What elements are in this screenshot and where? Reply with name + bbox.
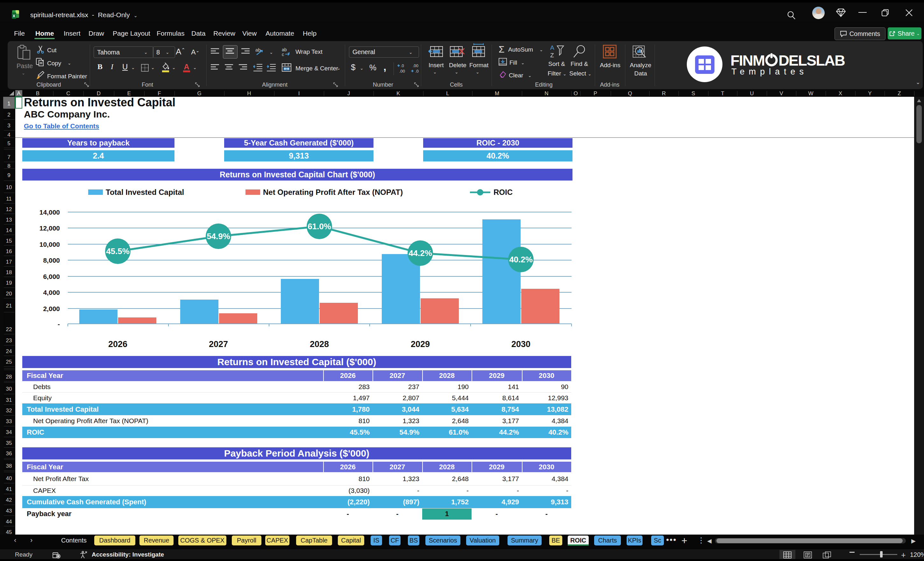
svg-text:Net Operating Profit After Tax: Net Operating Profit After Tax (NOPAT) bbox=[263, 188, 403, 196]
svg-text:c: c bbox=[282, 52, 284, 57]
svg-text:.00: .00 bbox=[412, 63, 418, 68]
svg-text:A: A bbox=[184, 63, 189, 71]
svg-text:12,000: 12,000 bbox=[39, 225, 60, 232]
svg-text:Total Invested Capital: Total Invested Capital bbox=[106, 188, 184, 196]
svg-text:.0: .0 bbox=[415, 69, 419, 74]
svg-text:ab: ab bbox=[255, 47, 261, 52]
svg-text:Z: Z bbox=[550, 52, 554, 58]
svg-text:.00: .00 bbox=[399, 69, 405, 74]
svg-text:ab: ab bbox=[282, 47, 287, 52]
svg-text:44.2%: 44.2% bbox=[408, 248, 432, 258]
svg-text:4,000: 4,000 bbox=[43, 289, 60, 296]
svg-text:8,000: 8,000 bbox=[43, 256, 60, 264]
svg-text:6,000: 6,000 bbox=[43, 273, 60, 280]
svg-text:10,000: 10,000 bbox=[39, 241, 60, 248]
svg-text:2026: 2026 bbox=[108, 339, 128, 349]
svg-text:-: - bbox=[58, 320, 60, 328]
svg-text:14,000: 14,000 bbox=[39, 208, 60, 216]
svg-text:61.0%: 61.0% bbox=[308, 222, 331, 231]
svg-text:2,000: 2,000 bbox=[43, 305, 60, 312]
svg-text:2027: 2027 bbox=[209, 339, 228, 349]
svg-text:54.9%: 54.9% bbox=[207, 231, 230, 241]
svg-text:2029: 2029 bbox=[411, 339, 430, 349]
svg-text:A: A bbox=[550, 45, 554, 51]
svg-text:x: x bbox=[13, 13, 15, 18]
svg-text:45.5%: 45.5% bbox=[106, 246, 130, 256]
svg-text:2030: 2030 bbox=[512, 339, 531, 349]
svg-text:ROIC: ROIC bbox=[494, 188, 513, 196]
svg-text:40.2%: 40.2% bbox=[509, 255, 532, 264]
svg-text:.0: .0 bbox=[400, 63, 404, 68]
svg-text:2028: 2028 bbox=[310, 339, 329, 349]
